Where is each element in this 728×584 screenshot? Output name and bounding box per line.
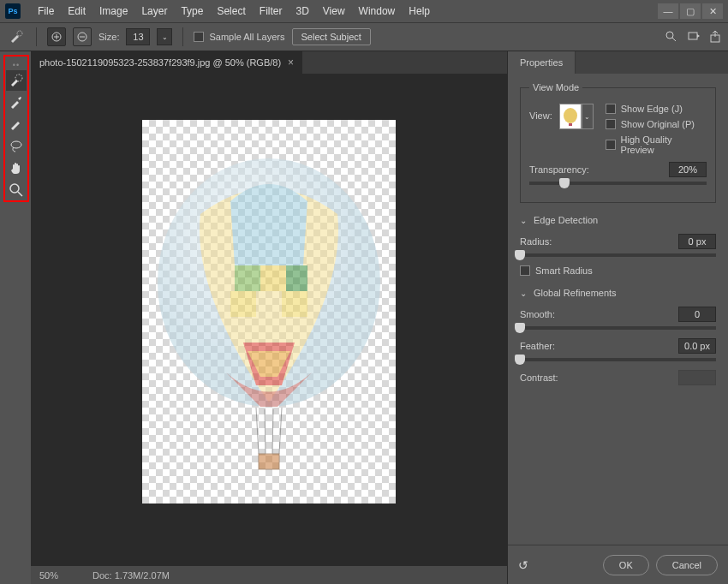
svg-rect-26 <box>569 123 572 126</box>
menu-select[interactable]: Select <box>210 2 252 21</box>
edge-detection-label: Edge Detection <box>534 215 598 225</box>
checkbox-icon <box>606 119 616 129</box>
balloon-image <box>149 154 389 497</box>
feather-label: Feather: <box>520 341 555 351</box>
size-dropdown[interactable]: ⌄ <box>157 28 172 45</box>
show-edge-label: Show Edge (J) <box>621 104 683 114</box>
size-label: Size: <box>98 32 119 42</box>
menu-filter[interactable]: Filter <box>253 2 289 21</box>
close-button[interactable]: ✕ <box>702 3 723 19</box>
minimize-button[interactable]: — <box>658 3 678 19</box>
high-quality-label: High Quality Preview <box>621 134 707 155</box>
smart-radius-label: Smart Radius <box>535 265 593 276</box>
select-subject-button[interactable]: Select Subject <box>292 28 371 45</box>
high-quality-check[interactable]: High Quality Preview <box>606 134 707 155</box>
search-icon[interactable] <box>665 30 678 44</box>
svg-line-22 <box>265 409 266 454</box>
global-refinements-header[interactable]: ⌄ Global Refinements <box>520 288 716 298</box>
svg-line-7 <box>672 38 676 41</box>
panel-body: View Mode View: ⌄ Show Edge (J) Show Ori… <box>508 74 728 545</box>
svg-line-21 <box>279 408 282 454</box>
add-mode-button[interactable] <box>47 27 66 46</box>
menu-image[interactable]: Image <box>92 2 134 21</box>
show-original-check[interactable]: Show Original (P) <box>606 119 707 129</box>
feather-slider[interactable] <box>520 358 716 361</box>
feather-value[interactable]: 0.0 px <box>678 338 716 354</box>
svg-rect-17 <box>286 265 307 291</box>
smart-radius-check[interactable]: Smart Radius <box>520 265 716 276</box>
svg-rect-19 <box>282 291 307 317</box>
svg-rect-15 <box>235 265 260 291</box>
hand-tool[interactable] <box>6 158 27 179</box>
refine-edge-brush-tool[interactable] <box>6 92 27 113</box>
quick-selection-tool[interactable] <box>6 70 27 91</box>
menu-type[interactable]: Type <box>174 2 210 21</box>
view-dropdown[interactable]: ⌄ <box>582 104 594 129</box>
menu-view[interactable]: View <box>316 2 352 21</box>
panel-tabs: Properties <box>508 51 728 74</box>
menu-layer[interactable]: Layer <box>134 2 174 21</box>
main-menu: File Edit Image Layer Type Select Filter… <box>31 2 437 21</box>
maximize-button[interactable]: ▢ <box>680 3 701 19</box>
status-bar: 50% Doc: 1.73M/2.07M <box>31 565 507 584</box>
svg-line-13 <box>18 192 22 196</box>
lasso-tool[interactable] <box>6 136 27 157</box>
show-edge-check[interactable]: Show Edge (J) <box>606 104 707 114</box>
svg-line-23 <box>272 409 273 454</box>
divider <box>36 27 37 46</box>
chevron-down-icon: ⌄ <box>520 289 527 298</box>
radius-slider[interactable] <box>520 253 716 257</box>
svg-point-11 <box>11 141 21 148</box>
svg-rect-8 <box>689 33 697 39</box>
menu-help[interactable]: Help <box>402 2 437 21</box>
document-tab[interactable]: photo-1502119095323-253837f293f9.jpg @ 5… <box>31 51 302 74</box>
checkbox-icon <box>520 265 530 276</box>
subtract-mode-button[interactable] <box>73 27 92 46</box>
ok-button[interactable]: OK <box>603 555 649 575</box>
menu-window[interactable]: Window <box>352 2 403 21</box>
view-mode-group: View Mode View: ⌄ Show Edge (J) Show Ori… <box>520 82 716 203</box>
svg-rect-18 <box>230 291 256 317</box>
canvas-viewport[interactable] <box>31 74 507 565</box>
toolbar-grip[interactable]: •• <box>13 62 20 69</box>
cancel-button[interactable]: Cancel <box>656 555 718 575</box>
properties-tab[interactable]: Properties <box>508 51 576 74</box>
menu-edit[interactable]: Edit <box>61 2 92 21</box>
contrast-label: Contrast: <box>520 372 558 383</box>
svg-rect-24 <box>259 454 279 469</box>
menu-file[interactable]: File <box>31 2 61 21</box>
global-refinements-label: Global Refinements <box>534 288 617 298</box>
svg-point-0 <box>17 31 22 36</box>
transparency-slider[interactable] <box>529 182 707 185</box>
document-area: photo-1502119095323-253837f293f9.jpg @ 5… <box>31 51 507 584</box>
view-thumbnail[interactable] <box>559 104 582 129</box>
active-tool-icon[interactable] <box>7 27 26 46</box>
zoom-tool[interactable] <box>6 180 27 200</box>
size-input[interactable] <box>126 28 150 45</box>
smooth-slider[interactable] <box>520 326 716 330</box>
radius-value[interactable]: 0 px <box>678 234 716 249</box>
menu-3d[interactable]: 3D <box>289 2 315 21</box>
share-icon[interactable] <box>709 30 721 44</box>
canvas[interactable] <box>142 120 396 504</box>
svg-rect-16 <box>260 265 286 291</box>
brush-tool[interactable] <box>6 114 27 134</box>
checkbox-icon <box>194 32 204 42</box>
svg-line-20 <box>256 408 259 454</box>
checkbox-icon <box>606 140 616 150</box>
smooth-label: Smooth: <box>520 309 555 319</box>
document-tabs: photo-1502119095323-253837f293f9.jpg @ 5… <box>31 51 507 74</box>
contrast-value[interactable] <box>678 370 716 385</box>
checkbox-icon <box>606 104 616 114</box>
screen-mode-icon[interactable] <box>687 30 701 44</box>
sample-all-layers-check[interactable]: Sample All Layers <box>194 32 284 42</box>
document-tab-label: photo-1502119095323-253837f293f9.jpg @ 5… <box>39 57 281 68</box>
zoom-level[interactable]: 50% <box>39 570 58 581</box>
transparency-value[interactable]: 20% <box>669 162 707 177</box>
edge-detection-header[interactable]: ⌄ Edge Detection <box>520 215 716 225</box>
close-tab-icon[interactable]: × <box>288 57 294 69</box>
svg-point-6 <box>666 32 673 39</box>
smooth-value[interactable]: 0 <box>678 307 716 322</box>
radius-label: Radius: <box>520 236 552 247</box>
reset-icon[interactable]: ↺ <box>518 558 528 572</box>
